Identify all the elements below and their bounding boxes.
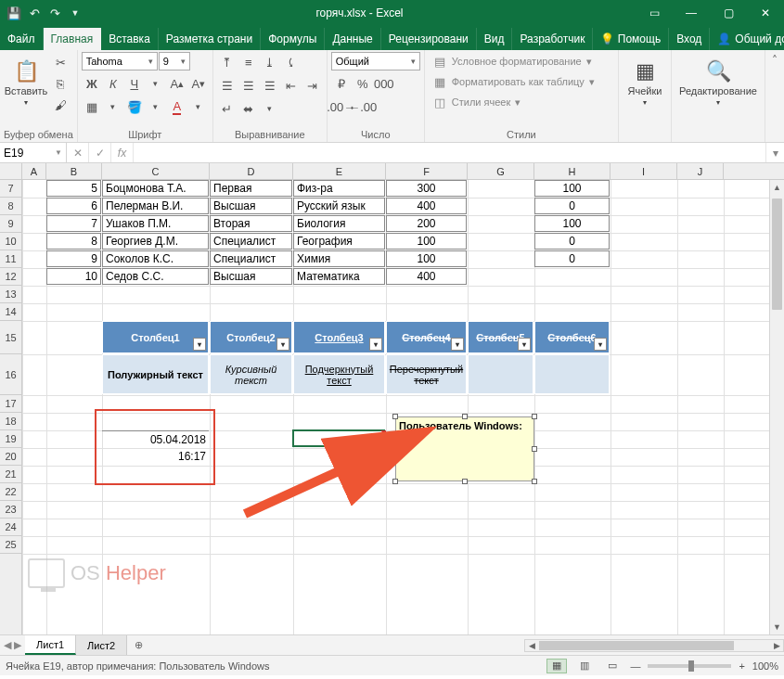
resize-handle[interactable] bbox=[532, 479, 537, 484]
bold-button[interactable]: Ж bbox=[82, 73, 102, 94]
wrap-text-button[interactable]: ↵ bbox=[217, 98, 238, 119]
resize-handle[interactable] bbox=[532, 414, 537, 419]
cell[interactable]: Соколов К.С. bbox=[102, 250, 209, 267]
cell[interactable]: 8 bbox=[46, 233, 101, 250]
save-icon[interactable]: 💾 bbox=[6, 5, 22, 21]
name-box[interactable]: E19▼ bbox=[0, 143, 67, 162]
cell[interactable]: Математика bbox=[293, 268, 385, 285]
column-header[interactable]: D bbox=[210, 163, 293, 179]
cancel-formula-button[interactable]: ✕ bbox=[67, 143, 89, 162]
sheet-tab-1[interactable]: Лист1 bbox=[25, 635, 76, 655]
select-all-button[interactable] bbox=[0, 163, 22, 179]
redo-icon[interactable]: ↷ bbox=[46, 5, 63, 21]
cell[interactable]: 100 bbox=[386, 233, 467, 250]
row-header[interactable]: 7 bbox=[0, 180, 21, 198]
filter-button[interactable]: ▾ bbox=[451, 338, 464, 351]
cell[interactable]: 400 bbox=[386, 198, 467, 214]
row-header[interactable]: 12 bbox=[0, 268, 21, 286]
cell[interactable]: 0 bbox=[534, 198, 610, 214]
page-break-view-button[interactable]: ▭ bbox=[602, 659, 623, 673]
column-header[interactable]: H bbox=[534, 163, 610, 179]
filter-button[interactable]: ▾ bbox=[594, 338, 607, 351]
row-header[interactable]: 19 bbox=[0, 430, 21, 448]
tab-insert[interactable]: Вставка bbox=[101, 28, 159, 50]
fx-button[interactable]: fx bbox=[111, 143, 134, 162]
cell[interactable]: 100 bbox=[386, 250, 467, 267]
row-header[interactable]: 16 bbox=[0, 354, 21, 395]
tab-help[interactable]: 💡 Помощь bbox=[593, 28, 669, 50]
cell[interactable]: Ушаков П.М. bbox=[102, 215, 209, 232]
cell-styles-button[interactable]: ◫Стили ячеек ▾ bbox=[429, 93, 598, 111]
row-header[interactable]: 14 bbox=[0, 303, 21, 321]
cell[interactable]: 400 bbox=[386, 268, 467, 285]
cells-button[interactable]: ▦Ячейки▾ bbox=[623, 52, 667, 113]
font-size-select[interactable]: 9▾ bbox=[159, 52, 190, 70]
tab-developer[interactable]: Разработчик bbox=[512, 28, 593, 50]
tab-view[interactable]: Вид bbox=[477, 28, 513, 50]
cell[interactable]: 0 bbox=[534, 250, 610, 267]
cell[interactable]: Физ-ра bbox=[293, 180, 385, 197]
tab-home[interactable]: Главная bbox=[44, 28, 102, 50]
align-middle-button[interactable]: ≡ bbox=[238, 52, 259, 72]
zoom-value[interactable]: 100% bbox=[752, 660, 778, 672]
column-header[interactable]: G bbox=[468, 163, 534, 179]
table-cell[interactable] bbox=[534, 354, 610, 394]
table-cell[interactable] bbox=[468, 354, 533, 394]
cell[interactable]: Седов С.С. bbox=[102, 268, 209, 285]
decrease-decimal-button[interactable]: ←.00 bbox=[353, 96, 373, 117]
column-header[interactable]: A bbox=[22, 163, 46, 179]
scroll-right-button[interactable]: ▶ bbox=[770, 640, 783, 651]
cell[interactable]: 05.04.2018 bbox=[102, 430, 209, 447]
percent-button[interactable]: % bbox=[353, 73, 373, 94]
font-name-select[interactable]: Tahoma▾ bbox=[82, 52, 158, 70]
increase-indent-button[interactable]: ⇥ bbox=[302, 75, 323, 96]
cell[interactable]: Пелерман В.И. bbox=[102, 198, 209, 214]
cell[interactable]: 300 bbox=[386, 180, 467, 197]
table-header[interactable]: Столбец2▾ bbox=[210, 321, 292, 353]
horizontal-scrollbar[interactable]: ◀ ▶ bbox=[524, 639, 784, 652]
fill-color-button[interactable]: 🪣 bbox=[124, 96, 145, 117]
add-sheet-button[interactable]: ⊕ bbox=[127, 635, 149, 655]
tab-share[interactable]: 👤Общий доступ bbox=[710, 28, 784, 50]
conditional-format-button[interactable]: ▤Условное форматирование ▾ bbox=[429, 52, 598, 70]
hscroll-thumb[interactable] bbox=[539, 641, 734, 650]
undo-icon[interactable]: ↶ bbox=[26, 5, 43, 21]
row-header[interactable]: 24 bbox=[0, 519, 21, 536]
cell[interactable]: 9 bbox=[46, 250, 101, 267]
comma-button[interactable]: 000 bbox=[374, 73, 394, 94]
currency-button[interactable]: ₽ bbox=[331, 73, 352, 94]
tab-review[interactable]: Рецензировани bbox=[381, 28, 477, 50]
tab-login[interactable]: Вход bbox=[669, 28, 710, 50]
collapse-ribbon-button[interactable]: ˄ bbox=[765, 50, 784, 142]
cell[interactable]: Биология bbox=[293, 215, 385, 232]
paste-button[interactable]: 📋Вставить▾ bbox=[4, 52, 48, 113]
table-cell[interactable]: Перечеркнутый текст bbox=[386, 354, 467, 394]
cell[interactable]: 200 bbox=[386, 215, 467, 232]
align-bottom-button[interactable]: ⤓ bbox=[260, 52, 280, 72]
cell[interactable]: Специалист bbox=[210, 250, 292, 267]
row-header[interactable]: 8 bbox=[0, 198, 21, 215]
resize-handle[interactable] bbox=[462, 479, 468, 484]
tab-layout[interactable]: Разметка страни bbox=[159, 28, 261, 50]
sheet-tab-2[interactable]: Лист2 bbox=[76, 635, 127, 655]
scroll-left-button[interactable]: ◀ bbox=[525, 640, 538, 651]
column-header[interactable]: C bbox=[102, 163, 210, 179]
row-header[interactable]: 9 bbox=[0, 215, 21, 233]
cell[interactable]: 5 bbox=[46, 180, 101, 197]
table-header[interactable]: Столбец3▾ bbox=[293, 321, 385, 353]
decrease-indent-button[interactable]: ⇤ bbox=[281, 75, 302, 96]
row-header[interactable]: 15 bbox=[0, 321, 21, 354]
table-cell[interactable]: Подчеркнутый текст bbox=[293, 354, 385, 394]
cut-button[interactable]: ✂ bbox=[50, 52, 71, 72]
normal-view-button[interactable]: ▦ bbox=[546, 659, 567, 673]
minimize-button[interactable]: ― bbox=[673, 0, 710, 26]
row-header[interactable]: 13 bbox=[0, 286, 21, 303]
align-top-button[interactable]: ⤒ bbox=[217, 52, 238, 72]
ribbon-options-icon[interactable]: ▭ bbox=[636, 0, 673, 26]
cell[interactable]: 0 bbox=[534, 233, 610, 250]
cell[interactable]: 10 bbox=[46, 268, 101, 285]
row-header[interactable]: 20 bbox=[0, 448, 21, 466]
filter-button[interactable]: ▾ bbox=[369, 338, 382, 351]
align-right-button[interactable]: ☰ bbox=[260, 75, 280, 96]
formula-input[interactable] bbox=[134, 143, 765, 162]
